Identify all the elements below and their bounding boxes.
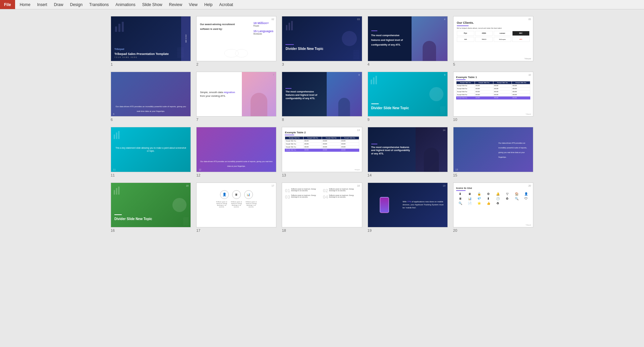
slide-3-circle <box>342 31 357 46</box>
slide-13[interactable]: 13 Example Table 2 Example Table Two Exa… <box>282 127 362 172</box>
slide-6-number: 6 <box>111 118 191 122</box>
slide-11[interactable]: This a key statement slide allowing you … <box>111 127 191 172</box>
slide-16-watermark: ▒ <box>183 217 189 225</box>
slide-19-phone-area <box>368 183 401 227</box>
svg-rect-0 <box>115 26 117 32</box>
slide-20-num: 20 <box>528 185 531 187</box>
slide-3-num: 03 <box>357 18 360 20</box>
slide-3[interactable]: 03 Divider Slide New Topic ▒ <box>282 16 362 61</box>
slide-5[interactable]: 05 Our Clients. We've helped clients att… <box>453 16 533 61</box>
slide-2[interactable]: 02 Our award-winning recruitment softwar… <box>196 16 276 61</box>
slide-18[interactable]: 18 01 Deflector power at maximum. Energy… <box>282 183 362 228</box>
slide-13-number: 13 <box>282 173 362 177</box>
slide-4-number: 4 <box>368 62 448 66</box>
slide-18-features: 01 Deflector power at maximum. Energy di… <box>285 188 359 199</box>
svg-rect-2 <box>122 22 124 32</box>
slide-18-number: 18 <box>282 228 362 232</box>
slide-19[interactable]: With 77% of applications now done on mob… <box>368 183 448 228</box>
slide-10-num: 10 <box>528 74 531 76</box>
slide-10-number: 10 <box>453 118 533 122</box>
slide-8-num: 8 <box>359 74 360 76</box>
slide-4[interactable]: The most comprehensive features and high… <box>368 16 448 61</box>
slide-12-num: 12 <box>199 168 201 171</box>
slide-14[interactable]: The most comprehensive features and high… <box>368 127 448 172</box>
menu-view[interactable]: View <box>185 1 201 8</box>
slide-16-num: 16 <box>186 185 189 187</box>
presentation-area: MAY 10 2022 Tribepad Tribepad Sales Pres… <box>0 9 644 347</box>
slide-14-num: 14 <box>443 129 445 131</box>
slide-7-text: Simple, smooth data migration from your … <box>197 72 242 117</box>
slide-2-stats: 18 Million+ People 15 Languages Worldwid… <box>253 21 273 35</box>
slide-8-number: 8 <box>282 118 362 122</box>
menu-transitions[interactable]: Transitions <box>86 1 112 8</box>
slide-1-watermark: ▒ <box>177 47 184 58</box>
slide-15[interactable]: Our data-driven ATS provides an incredib… <box>453 127 533 172</box>
menu-slideshow[interactable]: Slide Show <box>139 1 166 8</box>
slide-wrapper-16: 16 Divider Slide New Topic ▒ 16 <box>111 183 191 233</box>
menu-insert[interactable]: Insert <box>34 1 51 8</box>
slide-6-num: 6 <box>113 113 114 115</box>
slide-19-phone <box>380 197 389 213</box>
svg-rect-15 <box>116 188 117 195</box>
slide-4-text: The most comprehensive features and high… <box>368 16 412 61</box>
slide-wrapper-10: 10 Example Table 1 Example Table Two Exa… <box>453 72 533 122</box>
date-text: MAY 10 2022 <box>185 34 187 43</box>
slide-wrapper-9: 9 Divider Slide New Topic ▒ 9 <box>368 72 448 122</box>
menu-home[interactable]: Home <box>16 1 34 8</box>
slide-20-number: 20 <box>453 228 533 232</box>
slide-20-title: Icons to Use <box>456 187 530 190</box>
slide-9[interactable]: 9 Divider Slide New Topic ▒ <box>368 72 448 117</box>
slide-wrapper-6: Our data-driven ATS provides an incredib… <box>111 72 191 122</box>
slide-2-map <box>209 48 264 58</box>
slide-5-subtitle: We've helped clients attract, recruit an… <box>457 27 530 29</box>
slide-12-text: Our data-driven ATS provides an incredib… <box>199 158 273 168</box>
svg-rect-1 <box>118 24 120 32</box>
slide-9-content: Divider Slide New Topic <box>371 103 409 110</box>
slide-15-number: 15 <box>453 173 533 177</box>
slide-17[interactable]: 17 👤 🖥 📊 Deflector power at maximum. Ene… <box>196 183 276 228</box>
slide-7-num: 7 <box>273 74 274 76</box>
file-menu[interactable]: File <box>0 0 15 9</box>
slide-3-line: Divider Slide New Topic <box>285 44 323 51</box>
slide-6-text: Our data-driven ATS provides an incredib… <box>114 103 188 113</box>
slide-17-icons-row: 👤 🖥 📊 <box>199 190 273 199</box>
svg-rect-10 <box>375 76 377 84</box>
slide-11-icon <box>113 130 123 141</box>
slide-3-icon <box>285 20 297 32</box>
slide-9-circle <box>429 87 443 101</box>
slide-9-icon <box>370 75 380 86</box>
menu-draw[interactable]: Draw <box>51 1 67 8</box>
slide-20[interactable]: 20 Icons to Use ⬇ 🖥 🔒 ⚙ 🔔 ▽ 🏠 👤 🖥 📊 💎 ⬇ <box>453 183 533 228</box>
slide-19-text: With 77% of applications now done on mob… <box>401 183 447 227</box>
menu-design[interactable]: Design <box>67 1 86 8</box>
slide-7[interactable]: Simple, smooth data migration from your … <box>196 72 276 117</box>
slide-16[interactable]: 16 Divider Slide New Topic ▒ <box>111 183 191 228</box>
slide-1[interactable]: MAY 10 2022 Tribepad Tribepad Sales Pres… <box>111 16 191 61</box>
slide-10[interactable]: 10 Example Table 1 Example Table Two Exa… <box>453 72 533 117</box>
slide-9-num: 9 <box>444 74 445 76</box>
slide-12[interactable]: Our data-driven ATS provides an incredib… <box>196 127 276 172</box>
slide-14-number: 14 <box>368 173 448 177</box>
slide-12-number: 12 <box>196 173 276 177</box>
slide-11-text: This a key statement slide allowing you … <box>115 146 186 153</box>
menu-help[interactable]: Help <box>201 1 216 8</box>
slide-wrapper-14: The most comprehensive features and high… <box>368 127 448 177</box>
slide-6[interactable]: Our data-driven ATS provides an incredib… <box>111 72 191 117</box>
svg-rect-9 <box>373 77 374 84</box>
svg-point-4 <box>235 49 248 57</box>
slide-9-number: 9 <box>368 118 448 122</box>
slide-wrapper-3: 03 Divider Slide New Topic ▒ 3 <box>282 16 362 66</box>
menu-review[interactable]: Review <box>166 1 185 8</box>
slide-wrapper-19: With 77% of applications now done on mob… <box>368 183 448 233</box>
menu-acrobat[interactable]: Acrobat <box>216 1 236 8</box>
slides-grid: MAY 10 2022 Tribepad Tribepad Sales Pres… <box>111 16 533 232</box>
slide-wrapper-11: This a key statement slide allowing you … <box>111 127 191 177</box>
slide-5-tribepad: Tribepad <box>524 58 531 60</box>
slide-20-icons-grid: ⬇ 🖥 🔒 ⚙ 🔔 ▽ 🏠 👤 🖥 📊 💎 ⬇ 🕐 ♻ 🔍 🛡 <box>456 192 530 205</box>
slide-8[interactable]: The most comprehensive features and high… <box>282 72 362 117</box>
slide-2-heading: Our award-winning recruitment software i… <box>200 21 244 31</box>
menu-bar: File Home Insert Draw Design Transitions… <box>0 0 644 9</box>
slide-19-number: 19 <box>368 228 448 232</box>
slide-wrapper-1: MAY 10 2022 Tribepad Tribepad Sales Pres… <box>111 16 191 66</box>
menu-animations[interactable]: Animations <box>112 1 139 8</box>
